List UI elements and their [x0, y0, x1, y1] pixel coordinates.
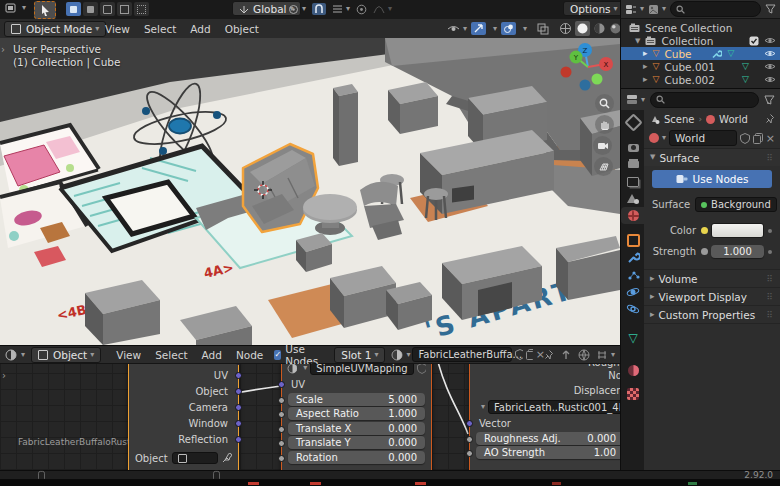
rotation-slider[interactable]: Rotation0.000: [288, 451, 425, 464]
tab-tool[interactable]: [621, 114, 645, 131]
disclosure-closed-icon[interactable]: ▸: [643, 62, 648, 71]
tab-physics[interactable]: [621, 283, 645, 300]
socket-reflection[interactable]: [235, 436, 242, 443]
socket-rotation[interactable]: [278, 455, 285, 462]
keyframe-decorator-icon[interactable]: [701, 227, 708, 234]
fake-user-shield-icon[interactable]: [417, 364, 426, 374]
pan-button[interactable]: [595, 115, 614, 134]
panel-drag-grip[interactable]: ⠿: [766, 310, 774, 320]
mode-dropdown[interactable]: Object Mode ▾: [4, 21, 106, 37]
node-fabric-leather[interactable]: Roughn Nor Displacem ▾ FabricLeath..Rust…: [469, 364, 620, 470]
select-invert-button[interactable]: [117, 2, 132, 16]
panel-drag-grip[interactable]: ⠿: [766, 292, 774, 302]
socket-aspect[interactable]: [278, 411, 285, 418]
menu-select[interactable]: Select: [137, 23, 183, 35]
falloff-dropdown[interactable]: ▾: [373, 4, 392, 14]
camera-view-button[interactable]: [593, 136, 612, 155]
socket-ao-strength[interactable]: [466, 450, 473, 457]
outliner-row-cube-001[interactable]: ▸ ▽ Cube.001 ▽: [621, 60, 780, 73]
tab-render[interactable]: [621, 139, 645, 156]
shader-editor-type-dropdown[interactable]: ▾: [5, 349, 25, 361]
disclosure-closed-icon[interactable]: ▸: [643, 49, 648, 58]
xray-toggle[interactable]: [537, 23, 549, 35]
disclosure-closed-icon[interactable]: ▸: [643, 75, 648, 84]
new-copy-icon[interactable]: [526, 349, 533, 360]
tab-texture[interactable]: [621, 385, 645, 402]
ao-strength-slider[interactable]: AO Strength1.00: [476, 446, 620, 459]
properties-editor-type-dropdown[interactable]: ▾: [626, 94, 645, 105]
shading-wireframe-button[interactable]: [559, 22, 572, 35]
node-simple-uv-mapping[interactable]: ▾ SimpleUVMapping UV Scale5.000 Aspect R…: [281, 364, 432, 470]
outliner-row-collection[interactable]: ▼ Collection: [621, 34, 780, 47]
tab-constraints[interactable]: [621, 300, 645, 317]
pin-icon[interactable]: [766, 114, 775, 124]
object-picker-field[interactable]: [172, 452, 218, 464]
funnel-filter-icon[interactable]: [764, 95, 775, 105]
unlink-icon[interactable]: ×: [766, 133, 775, 144]
tab-output[interactable]: [621, 156, 645, 173]
snap-mode-dropdown[interactable]: ▾: [332, 4, 350, 14]
select-extend-button[interactable]: [83, 2, 98, 16]
menu-add[interactable]: Add: [195, 349, 229, 361]
outliner-search-input[interactable]: [670, 1, 761, 17]
socket-vector-input[interactable]: [466, 420, 473, 427]
sidebar-expand-arrow[interactable]: ›: [2, 370, 6, 381]
show-hide-dropdown[interactable]: ▾: [447, 23, 467, 34]
tab-object[interactable]: [621, 232, 645, 249]
world-name-field[interactable]: World: [669, 130, 737, 146]
outliner-row-cube[interactable]: ▸ ▽ Cube ▽: [621, 47, 780, 60]
node-texture-coordinate[interactable]: Normal UV Object Camera Window Reflectio…: [128, 364, 239, 470]
outliner-filter-dropdown[interactable]: ▾: [648, 4, 666, 15]
panel-custom-properties-header[interactable]: ▸ Custom Properties ⠿: [644, 305, 780, 324]
socket-translate-y[interactable]: [278, 440, 285, 447]
socket-roughness-adj[interactable]: [466, 436, 473, 443]
gizmos-toggle[interactable]: [471, 22, 486, 35]
socket-uv-input[interactable]: [278, 381, 285, 388]
world-sphere-icon[interactable]: [578, 349, 590, 361]
toolbar-expand-arrow[interactable]: ›: [1, 44, 5, 55]
socket-window[interactable]: [235, 420, 242, 427]
chevron-down-icon[interactable]: ▾: [523, 25, 527, 33]
fake-user-shield-icon[interactable]: [515, 349, 522, 360]
disclosure-open-icon[interactable]: ▼: [635, 37, 640, 45]
outliner-display-mode-dropdown[interactable]: ▾: [625, 4, 644, 15]
material-browse-dropdown[interactable]: ▾: [391, 349, 410, 361]
overlays-toggle[interactable]: [501, 22, 516, 35]
panel-viewport-display-header[interactable]: ▸ Viewport Display ⠿: [644, 287, 780, 305]
editor-type-viewport[interactable]: ▾: [5, 2, 26, 14]
eyedropper-icon[interactable]: [222, 453, 232, 463]
menu-add[interactable]: Add: [183, 23, 217, 35]
socket-translate-x[interactable]: [278, 426, 285, 433]
group-name-field[interactable]: FabricLeath..Rustic001_4K: [488, 400, 620, 414]
collection-checkbox[interactable]: [749, 36, 759, 46]
outliner-row-scene-collection[interactable]: Scene Collection: [621, 21, 780, 34]
socket-uv[interactable]: [235, 372, 242, 379]
roughness-adj-slider[interactable]: Roughness Adj.0.000: [476, 432, 620, 445]
tab-scene[interactable]: [621, 190, 645, 207]
tab-object-data[interactable]: ▽: [621, 329, 645, 346]
panel-drag-grip[interactable]: ⠿: [766, 153, 774, 163]
use-nodes-button[interactable]: Use Nodes: [652, 170, 772, 188]
eye-icon[interactable]: [764, 49, 776, 58]
active-tool-select-button[interactable]: [34, 1, 56, 19]
tab-world-active[interactable]: [621, 207, 645, 224]
funnel-filter-icon[interactable]: [765, 4, 776, 14]
panel-surface-header[interactable]: ▼ Surface ⠿: [644, 148, 780, 166]
ortho-toggle-button[interactable]: [594, 157, 613, 176]
zoom-button[interactable]: [595, 94, 614, 113]
tab-material[interactable]: [621, 362, 645, 379]
eye-icon[interactable]: [764, 75, 776, 84]
proportional-edit-toggle[interactable]: [356, 4, 367, 15]
shader-node-canvas[interactable]: › FabricLeatherBuffaloRustic001_4K Norma…: [0, 364, 620, 470]
outliner-row-cube-002[interactable]: ▸ ▽ Cube.002 ▽: [621, 73, 780, 86]
select-intersect-button[interactable]: [134, 2, 149, 16]
animate-dot-icon[interactable]: [768, 250, 772, 254]
pin-icon[interactable]: [545, 350, 554, 360]
material-name-field[interactable]: FabricLeatherBuffa...: [412, 347, 512, 362]
pivot-point-dropdown[interactable]: ▾: [288, 4, 306, 15]
socket-camera[interactable]: [235, 404, 242, 411]
parent-node-icon[interactable]: [561, 349, 571, 360]
select-new-button[interactable]: [66, 2, 81, 16]
tab-particles[interactable]: [621, 266, 645, 283]
eye-icon[interactable]: [764, 62, 776, 71]
